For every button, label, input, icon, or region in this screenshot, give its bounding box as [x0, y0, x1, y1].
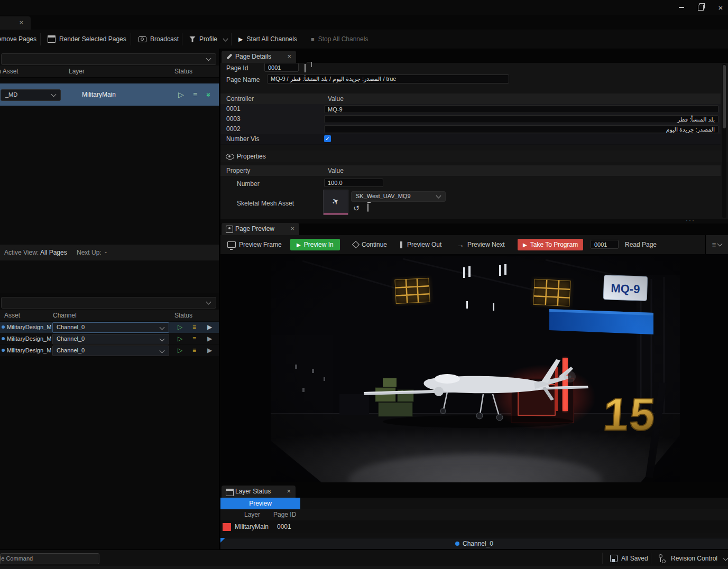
pages-filter-dropdown[interactable] [1, 53, 216, 65]
tab-page-details[interactable]: Page Details × [222, 51, 296, 63]
motion-asset-select[interactable]: _MD [1, 89, 61, 101]
preview-frame-icon [227, 241, 236, 248]
revision-control-button[interactable]: Revision Control [658, 553, 727, 564]
skeletal-mesh-thumbnail[interactable]: ✈ [323, 190, 348, 215]
close-panel-icon[interactable]: × [287, 487, 291, 495]
close-window-button[interactable]: × [712, 0, 728, 15]
asset-icon [2, 337, 5, 340]
controller-value-input[interactable]: بلد المنشأ: قطر [324, 115, 718, 123]
active-view-label: Active View: [4, 249, 39, 256]
channel-row[interactable]: MilitaryDesign_M Channel_0 ▷ ≡ ▶ [0, 345, 219, 356]
column-value: Value [328, 167, 344, 174]
chevron-down-icon [160, 348, 165, 353]
console-command-input[interactable]: Console Command [0, 553, 99, 564]
minimize-button[interactable] [672, 0, 690, 15]
channels-table-header: Asset Channel Status [0, 310, 219, 321]
motion-asset-value: _MD [5, 91, 17, 98]
controller-value-input[interactable]: MQ-9 [324, 105, 718, 113]
channel-select[interactable]: Channel_0 [52, 322, 169, 333]
document-tab[interactable]: × [0, 16, 31, 30]
layer-status-header: Layer Page ID [220, 509, 728, 520]
preview-next-button[interactable]: → Preview Next [457, 239, 505, 250]
layer-status-row[interactable]: MilitaryMain 0001 [220, 521, 728, 533]
layer-name: MilitaryMain [82, 83, 116, 106]
read-page-button[interactable]: Read Page [625, 239, 657, 250]
main-toolbar: Remove Pages Render Selected Pages Broad… [0, 30, 728, 49]
column-status: Status [174, 68, 192, 75]
take-channel-icon[interactable]: ▶ [207, 345, 212, 356]
page-id-input[interactable] [264, 63, 299, 72]
channels-filter-dropdown[interactable] [1, 297, 216, 309]
play-icon: ▶ [523, 242, 527, 248]
close-panel-icon[interactable]: × [287, 52, 291, 60]
preview-frame-button[interactable]: Preview Frame [227, 239, 282, 250]
number-property-input[interactable] [324, 179, 383, 187]
channel-row[interactable]: MilitaryDesign_M Channel_0 ▷ ≡ ▶ [0, 333, 219, 344]
channel-select[interactable]: Channel_0 [52, 334, 169, 344]
copy-page-id-icon[interactable] [305, 64, 306, 72]
page-row-selected[interactable]: _MD MilitaryMain ▷ ≡ » [0, 83, 219, 106]
channel-select[interactable]: Channel_0 [52, 346, 169, 356]
close-panel-icon[interactable]: × [290, 225, 294, 232]
chevron-down-icon [160, 337, 165, 342]
stop-all-channels-button[interactable]: ■ Stop All Channels [309, 32, 370, 46]
all-saved-button[interactable]: All Saved [610, 553, 648, 564]
profile-dropdown[interactable]: Profile [187, 32, 229, 46]
page-name-input[interactable] [267, 74, 509, 83]
take-channel-icon[interactable]: ▶ [207, 322, 212, 333]
column-asset: Asset [4, 312, 20, 319]
play-page-icon[interactable]: ▷ [178, 83, 184, 106]
document-tab-strip: × [0, 15, 728, 30]
broadcast-button[interactable]: Broadcast [136, 32, 181, 46]
channel-row[interactable]: MilitaryDesign_M Channel_0 ▷ ≡ ▶ [0, 322, 219, 333]
scrollbar-thumb[interactable] [723, 65, 726, 128]
browse-asset-icon[interactable] [367, 203, 368, 212]
controller-row: 0001 MQ-9 [220, 104, 721, 115]
start-all-channels-button[interactable]: ▶ Start All Channels [236, 32, 299, 46]
render-selected-pages-button[interactable]: Render Selected Pages [45, 32, 128, 46]
restore-button[interactable] [692, 0, 709, 15]
continue-button[interactable]: Continue [353, 239, 387, 250]
read-page-input[interactable] [591, 240, 619, 249]
number-vis-checkbox[interactable]: ✓ [324, 135, 331, 142]
preview-in-label: Preview In [304, 241, 334, 248]
preview-options-menu[interactable]: ≡ [705, 235, 728, 254]
continue-channel-icon[interactable]: ≡ [192, 345, 196, 356]
channel-bar-label: Channel_0 [463, 540, 493, 547]
toolbar-separator [40, 33, 41, 45]
preview-viewport: MQ-9 15 [220, 254, 728, 482]
controller-value-input[interactable]: المصدر: جريدة اليوم [324, 125, 718, 133]
tab-page-preview[interactable]: Page Preview × [222, 223, 299, 235]
preview-in-button[interactable]: ▶ Preview In [290, 239, 340, 250]
revision-control-label: Revision Control [671, 555, 717, 562]
preview-out-button[interactable]: Preview Out [400, 239, 441, 250]
tab-layer-status[interactable]: Layer Status × [222, 486, 296, 498]
preview-channel-icon[interactable]: ▷ [178, 333, 182, 344]
chevron-down-icon [436, 193, 441, 199]
preview-channel-icon[interactable]: ▷ [178, 322, 182, 333]
properties-section-header[interactable]: Properties [220, 151, 728, 162]
close-tab-icon[interactable]: × [19, 18, 23, 26]
preview-channel-icon[interactable]: ▷ [178, 345, 182, 356]
arrow-right-icon: → [457, 240, 464, 249]
remove-pages-button[interactable]: Remove Pages [0, 32, 39, 46]
continue-page-icon[interactable]: ≡ [193, 83, 197, 106]
details-scrollbar[interactable] [722, 64, 726, 218]
asset-icon [2, 325, 5, 329]
menu-icon: ≡ [712, 241, 716, 249]
preview-column-header: Preview [220, 498, 300, 509]
continue-channel-icon[interactable]: ≡ [192, 322, 196, 333]
close-icon: × [718, 4, 723, 12]
column-layer: Layer [244, 511, 260, 518]
channel-status-bar[interactable]: Channel_0 [220, 538, 728, 549]
take-out-icon[interactable]: » [205, 93, 213, 97]
skeletal-mesh-select[interactable]: SK_West_UAV_MQ9 [351, 191, 446, 202]
asset-name: MilitaryDesign_M [7, 335, 51, 342]
take-channel-icon[interactable]: ▶ [207, 333, 212, 344]
page-details-title: Page Details [235, 53, 271, 60]
use-selected-asset-icon[interactable]: ↺ [353, 204, 360, 212]
take-to-program-button[interactable]: ▶ Take To Program [518, 239, 583, 250]
continue-channel-icon[interactable]: ≡ [192, 333, 196, 344]
channel-value: Channel_0 [57, 324, 85, 330]
column-layer: Layer [69, 68, 85, 75]
